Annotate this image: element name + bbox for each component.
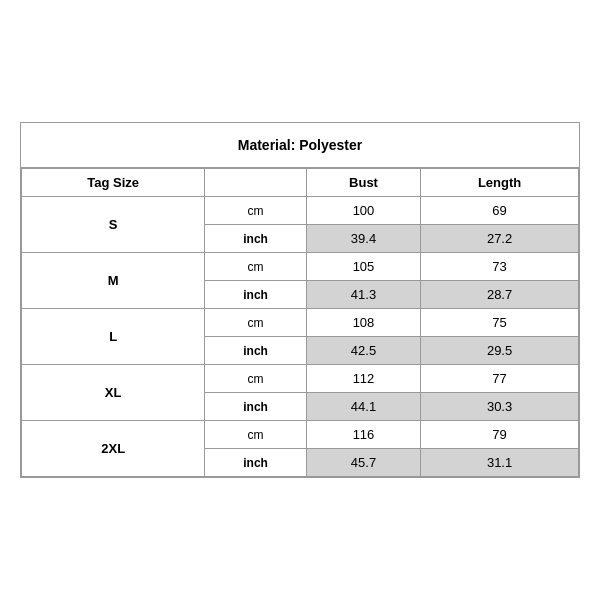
bust-inch: 45.7 — [306, 449, 420, 477]
bust-inch: 39.4 — [306, 225, 420, 253]
bust-cm: 112 — [306, 365, 420, 393]
header-bust: Bust — [306, 169, 420, 197]
bust-cm: 105 — [306, 253, 420, 281]
length-cm: 69 — [421, 197, 579, 225]
tag-size-cell: XL — [22, 365, 205, 421]
unit-cell-inch: inch — [205, 225, 307, 253]
length-inch: 27.2 — [421, 225, 579, 253]
length-inch: 31.1 — [421, 449, 579, 477]
chart-title: Material: Polyester — [21, 123, 579, 168]
bust-cm: 108 — [306, 309, 420, 337]
tag-size-cell: S — [22, 197, 205, 253]
length-cm: 75 — [421, 309, 579, 337]
bust-inch: 42.5 — [306, 337, 420, 365]
length-cm: 73 — [421, 253, 579, 281]
bust-cm: 116 — [306, 421, 420, 449]
table-row: Mcm10573 — [22, 253, 579, 281]
bust-cm: 100 — [306, 197, 420, 225]
unit-cell-cm: cm — [205, 421, 307, 449]
length-inch: 28.7 — [421, 281, 579, 309]
length-cm: 77 — [421, 365, 579, 393]
size-chart: Material: Polyester Tag Size Bust Length… — [20, 122, 580, 478]
size-table: Tag Size Bust Length Scm10069inch39.427.… — [21, 168, 579, 477]
table-row: Lcm10875 — [22, 309, 579, 337]
table-row: XLcm11277 — [22, 365, 579, 393]
table-row: 2XLcm11679 — [22, 421, 579, 449]
header-tag-size: Tag Size — [22, 169, 205, 197]
unit-cell-cm: cm — [205, 365, 307, 393]
unit-cell-inch: inch — [205, 337, 307, 365]
length-cm: 79 — [421, 421, 579, 449]
length-inch: 29.5 — [421, 337, 579, 365]
unit-cell-inch: inch — [205, 281, 307, 309]
bust-inch: 41.3 — [306, 281, 420, 309]
unit-cell-cm: cm — [205, 197, 307, 225]
table-row: Scm10069 — [22, 197, 579, 225]
unit-cell-cm: cm — [205, 309, 307, 337]
length-inch: 30.3 — [421, 393, 579, 421]
unit-cell-inch: inch — [205, 449, 307, 477]
bust-inch: 44.1 — [306, 393, 420, 421]
table-header-row: Tag Size Bust Length — [22, 169, 579, 197]
unit-cell-inch: inch — [205, 393, 307, 421]
header-length: Length — [421, 169, 579, 197]
tag-size-cell: L — [22, 309, 205, 365]
header-unit-col — [205, 169, 307, 197]
tag-size-cell: 2XL — [22, 421, 205, 477]
tag-size-cell: M — [22, 253, 205, 309]
unit-cell-cm: cm — [205, 253, 307, 281]
